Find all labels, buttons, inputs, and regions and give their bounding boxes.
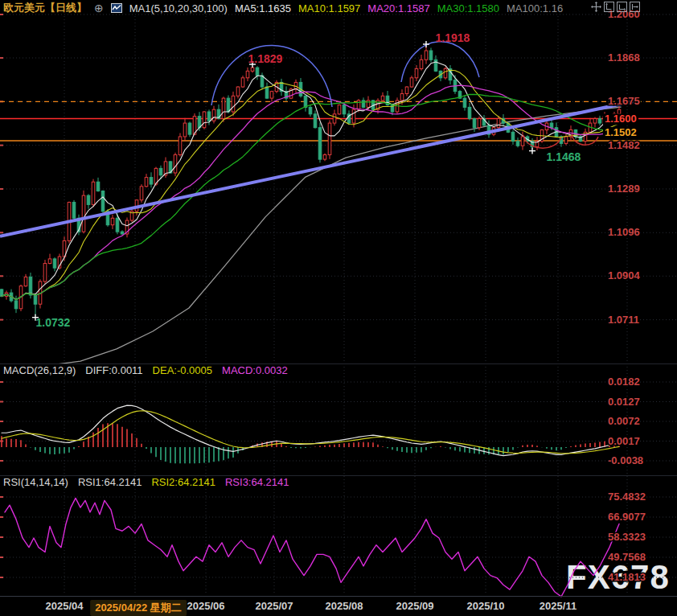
ma-lines-layer — [2, 62, 619, 299]
price-axis-label: 1.1675 — [608, 95, 640, 107]
macd-value: MACD:0.0032 — [222, 364, 288, 376]
date-label: 2025/10 — [467, 600, 505, 612]
ma-group-label: MA1(5,10,20,30,100) — [129, 2, 228, 14]
trading-chart-window: FX678 1.18291.19181.14681.07321.16001.15… — [0, 0, 677, 616]
indicator-chart-icon[interactable] — [111, 2, 122, 14]
rsi3-value: RSI3:64.2141 — [225, 476, 289, 488]
annotations-layer: 1.18291.19181.14681.07321.16001.1502 — [32, 31, 638, 329]
svg-text:1.1829: 1.1829 — [248, 52, 283, 65]
macd-header: MACD(26,12,9) DIFF:0.0011 DEA:-0.0005 MA… — [3, 364, 288, 376]
date-label: 2025/07 — [256, 600, 293, 612]
macd-dea: DEA:-0.0005 — [153, 364, 212, 376]
date-label: 2025/11 — [540, 600, 576, 612]
ma30-value: MA30:1.1580 — [437, 2, 499, 14]
ma5-value: MA5:1.1635 — [235, 2, 291, 14]
date-label: 2025/06 — [187, 600, 225, 612]
price-axis-label: 1.0711 — [608, 314, 639, 326]
svg-text:1.1502: 1.1502 — [605, 126, 637, 138]
rsi-axis-label: 75.4832 — [608, 491, 646, 503]
pan-tool-icon[interactable] — [591, 2, 601, 12]
price-axis-label: 1.1096 — [608, 226, 640, 238]
macd-axis-label: -0.0038 — [608, 454, 643, 466]
rsi-axis-label: 41.1813 — [608, 571, 646, 583]
ma20-value: MA20:1.1587 — [367, 2, 429, 14]
macd-axis-label: 0.0127 — [608, 396, 640, 408]
ma100-line — [44, 107, 621, 366]
rsi-axis-label: 49.7568 — [608, 551, 646, 563]
y-axis-scale-icon[interactable] — [604, 2, 614, 12]
rsi-axis-label: 58.3323 — [608, 531, 646, 543]
rsi-layer — [5, 498, 619, 596]
circle-plus-icon[interactable]: ⊕ — [94, 3, 104, 14]
macd-diff: DIFF:0.0011 — [85, 364, 142, 376]
svg-text:1.0732: 1.0732 — [36, 316, 71, 329]
macd-params: MACD(26,12,9) — [3, 364, 76, 376]
rsi-axis-label: 66.9077 — [608, 511, 646, 523]
date-label: 2025/09 — [396, 600, 434, 612]
ma10-value: MA10:1.1597 — [298, 2, 360, 14]
candles-layer — [0, 47, 621, 315]
date-label: 2025/08 — [326, 600, 363, 612]
rsi-params: RSI(14,14,14) — [3, 476, 68, 488]
chart-canvas[interactable]: 1.18291.19181.14681.07321.16001.15021.20… — [0, 0, 677, 616]
svg-text:1.1600: 1.1600 — [605, 113, 637, 125]
axis-labels-layer: 1.20601.18681.16751.14821.12891.10961.09… — [608, 8, 646, 583]
date-label: 2025/04 — [46, 600, 84, 612]
time-axis: 2025/042025/04/22 星期二2025/062025/072025/… — [0, 596, 677, 616]
x-axis-scale-icon[interactable] — [617, 2, 627, 12]
macd-axis-label: 0.0017 — [608, 435, 640, 447]
macd-axis-label: 0.0182 — [608, 376, 640, 388]
price-axis-label: 1.1868 — [608, 51, 640, 64]
shift-right-icon[interactable] — [630, 2, 640, 12]
symbol-title[interactable]: 欧元美元【日线】 — [3, 1, 87, 15]
chart-header: 欧元美元【日线】 ⊕ MA1(5,10,20,30,100) MA5:1.163… — [0, 0, 677, 16]
macd-layer — [2, 405, 619, 463]
ma100-value: MA100:1.16 — [507, 2, 563, 14]
rsi2-value: RSI2:64.2141 — [151, 476, 215, 488]
selected-date-label: 2025/04/22 星期二 — [90, 600, 187, 616]
chart-toolbar — [591, 2, 640, 12]
price-axis-label: 1.1289 — [608, 183, 640, 195]
macd-axis-label: 0.0072 — [608, 415, 640, 427]
rsi1-value: RSI1:64.2141 — [78, 476, 142, 488]
price-axis-label: 1.1482 — [608, 139, 640, 151]
price-axis-label: 1.0904 — [608, 269, 641, 281]
svg-text:1.1918: 1.1918 — [436, 31, 470, 44]
svg-text:1.1468: 1.1468 — [547, 150, 581, 163]
rsi-header: RSI(14,14,14) RSI1:64.2141 RSI2:64.2141 … — [3, 476, 289, 488]
